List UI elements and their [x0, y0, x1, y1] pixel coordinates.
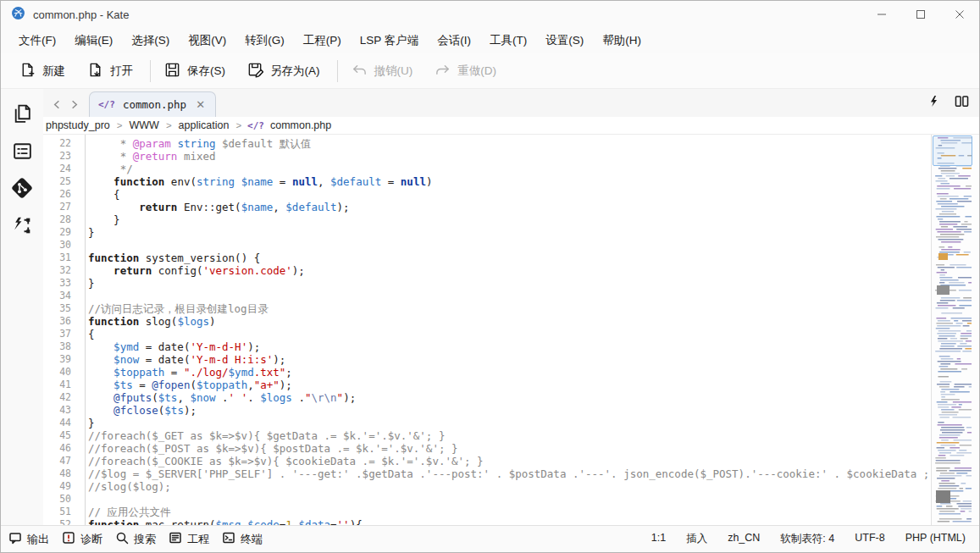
save-as-button[interactable]: 另存为(A) — [247, 62, 320, 80]
save-button[interactable]: 保存(S) — [164, 62, 225, 80]
line-number: 38 — [43, 340, 85, 353]
new-label: 新建 — [42, 64, 65, 79]
code-line[interactable]: $ts = @fopen($toppath,"a+"); — [88, 379, 931, 391]
maximize-button[interactable] — [901, 1, 940, 28]
menu-edit[interactable]: 编辑(E) — [65, 29, 122, 53]
line-number-gutter: 2223242526272829303132333435363738394041… — [43, 135, 86, 525]
minimap-scrollbar[interactable] — [931, 135, 979, 525]
code-line[interactable]: //$log = $_SERVER['PHP_SELF'] . '---get:… — [88, 467, 931, 480]
menu-lsp-client[interactable]: LSP 客户端 — [351, 29, 429, 53]
new-button[interactable]: 新建 — [19, 62, 65, 80]
code-line[interactable]: $ymd = date('Y-m-d-H'); — [88, 340, 931, 353]
diagnostics-toolview-button[interactable]: 诊断 — [62, 531, 102, 547]
code-line[interactable]: { — [88, 188, 931, 201]
redo-button[interactable]: 重做(D) — [435, 62, 496, 80]
project-panel-icon[interactable] — [5, 133, 39, 169]
code-area[interactable]: * @param string $default 默认值 * @return m… — [86, 135, 931, 525]
menu-tools[interactable]: 工具(T) — [480, 29, 536, 53]
menu-file[interactable]: 文件(F) — [9, 29, 65, 53]
git-icon[interactable] — [5, 170, 39, 206]
code-line[interactable]: { — [88, 328, 931, 340]
status-tab-settings[interactable]: 软制表符: 4 — [780, 532, 834, 546]
line-number: 49 — [43, 480, 85, 493]
menu-project[interactable]: 工程(P) — [294, 29, 351, 53]
code-line[interactable]: } — [88, 277, 931, 290]
code-line[interactable]: function system_version() { — [88, 252, 931, 264]
line-number: 27 — [43, 201, 85, 213]
code-line[interactable]: //访问日志记录，根目录创建log目录 — [88, 302, 931, 315]
code-line[interactable]: //foreach($_COOKIE as $k=>$v){ $cookieDa… — [88, 455, 931, 467]
status-encoding[interactable]: UTF-8 — [855, 532, 884, 546]
breadcrumb-separator-icon: > — [235, 120, 241, 130]
status-dictionary[interactable]: zh_CN — [728, 532, 760, 546]
minimap-viewport[interactable] — [933, 135, 972, 166]
code-line[interactable]: //foreach($_GET as $k=>$v){ $getData .= … — [88, 429, 931, 442]
project-toolview-button[interactable]: 工程 — [169, 531, 209, 547]
output-toolview-button[interactable]: 输出 — [8, 531, 49, 547]
menu-help[interactable]: 帮助(H) — [593, 29, 651, 53]
open-button[interactable]: 打开 — [87, 62, 133, 80]
minimize-button[interactable] — [862, 1, 901, 28]
line-number: 43 — [43, 404, 85, 417]
menu-sessions[interactable]: 会话(I) — [428, 29, 480, 53]
documents-icon[interactable] — [5, 96, 39, 131]
line-number: 52 — [43, 518, 85, 525]
menu-view[interactable]: 视图(V) — [179, 29, 235, 53]
status-insert-mode[interactable]: 插入 — [686, 532, 707, 546]
code-line[interactable]: @fclose($ts); — [88, 404, 931, 417]
code-line[interactable]: @fputs($ts, $now .' '. $logs ."\r\n"); — [88, 391, 931, 404]
breadcrumb-separator-icon: > — [166, 120, 172, 130]
code-line[interactable]: $now = date('Y-m-d H:i:s'); — [88, 353, 931, 366]
breadcrumb-segment[interactable]: WWW — [128, 119, 159, 131]
open-label: 打开 — [110, 64, 133, 79]
tab-close-icon[interactable]: ✕ — [194, 97, 207, 112]
code-line[interactable]: $toppath = "./log/$ymd.txt"; — [88, 366, 931, 379]
menu-settings[interactable]: 设置(S) — [536, 29, 593, 53]
code-line[interactable]: function mac_return($msg,$code=1,$data='… — [88, 518, 931, 525]
code-line[interactable]: */ — [88, 163, 931, 175]
menu-bar: 文件(F)编辑(E)选择(S)视图(V)转到(G)工程(P)LSP 客户端会话(… — [1, 28, 979, 53]
status-cursor-position[interactable]: 1:1 — [651, 532, 666, 546]
menu-go[interactable]: 转到(G) — [235, 29, 294, 53]
tab-common-php[interactable]: </? common.php ✕ — [89, 91, 216, 117]
project-icon — [169, 531, 182, 547]
code-line[interactable]: //foreach($_POST as $k=>$v){ $postData .… — [88, 442, 931, 455]
minimap-canvas[interactable] — [933, 135, 975, 525]
status-highlight-mode[interactable]: PHP (HTML) — [905, 532, 966, 546]
redo-icon — [435, 62, 451, 80]
terminal-toolview-button[interactable]: 终端 — [222, 531, 263, 547]
code-line[interactable]: } — [88, 213, 931, 226]
symbols-outline-icon[interactable] — [5, 207, 39, 243]
terminal-label: 终端 — [241, 532, 263, 547]
tab-bar: </? common.php ✕ — [43, 89, 979, 117]
code-line[interactable]: function slog($logs) — [88, 315, 931, 328]
code-line[interactable]: function env(string $name = null, $defau… — [88, 175, 931, 188]
code-line[interactable]: * @param string $default 默认值 — [88, 137, 931, 150]
code-line[interactable]: } — [88, 226, 931, 239]
open-icon — [87, 62, 103, 80]
code-line[interactable] — [88, 239, 931, 252]
quick-open-icon[interactable] — [928, 95, 939, 111]
undo-button[interactable]: 撤销(U) — [352, 62, 413, 80]
code-line[interactable]: return config('version.code'); — [88, 264, 931, 277]
breadcrumb-segment[interactable]: application — [178, 119, 230, 131]
breadcrumb-file[interactable]: common.php — [269, 119, 332, 131]
project-label: 工程 — [187, 532, 209, 547]
history-back-button[interactable] — [48, 92, 65, 116]
line-number: 29 — [43, 226, 85, 239]
menu-selection[interactable]: 选择(S) — [122, 29, 179, 53]
save-as-label: 另存为(A) — [270, 64, 320, 79]
close-button[interactable] — [940, 1, 979, 28]
code-line[interactable]: //slog($log); — [88, 480, 931, 493]
code-line[interactable]: } — [88, 417, 931, 429]
split-view-icon[interactable] — [955, 95, 969, 111]
code-line[interactable]: // 应用公共文件 — [88, 506, 931, 518]
code-line[interactable]: * @return mixed — [88, 150, 931, 163]
history-forward-button[interactable] — [65, 92, 82, 116]
code-line[interactable]: return Env::get($name, $default); — [88, 201, 931, 213]
breadcrumb-segment[interactable]: phpstudy_pro — [45, 119, 111, 131]
search-toolview-button[interactable]: 搜索 — [115, 531, 156, 547]
code-line[interactable] — [88, 493, 931, 506]
code-line[interactable] — [88, 290, 931, 302]
main-toolbar: 新建打开保存(S)另存为(A)撤销(U)重做(D) — [1, 53, 979, 89]
